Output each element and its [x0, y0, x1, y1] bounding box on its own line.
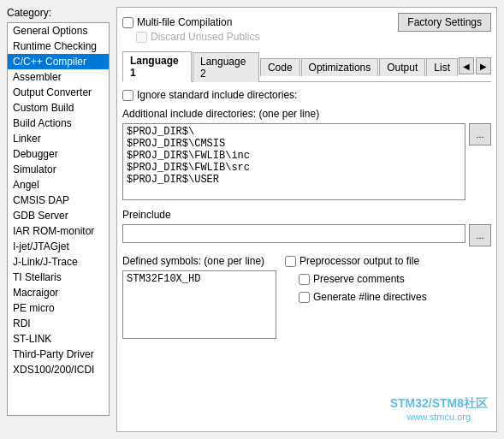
tab-scroll-left-button[interactable]: ◀	[459, 57, 474, 74]
discard-unused-publics-row: Discard Unused Publics	[136, 31, 491, 43]
sidebar-list: General OptionsRuntime CheckingC/C++ Com…	[7, 22, 110, 416]
preserve-comments-label: Preserve comments	[313, 273, 405, 285]
tab-code[interactable]: Code	[260, 58, 300, 76]
generate-line-checkbox[interactable]	[299, 292, 310, 303]
preinclude-row: ...	[122, 224, 491, 246]
sidebar-item-iar-rom-monitor[interactable]: IAR ROM-monitor	[8, 223, 109, 239]
preinclude-input[interactable]	[122, 224, 465, 243]
defined-symbols-label: Defined symbols: (one per line)	[122, 255, 276, 267]
preprocessor-output-checkbox[interactable]	[285, 256, 296, 267]
additional-include-textarea[interactable]	[122, 123, 465, 200]
factory-settings-button[interactable]: Factory Settings	[398, 13, 491, 32]
preinclude-browse-button[interactable]: ...	[469, 224, 491, 246]
bottom-section: Defined symbols: (one per line) STM32F10…	[122, 255, 491, 341]
additional-include-label: Additional include directories: (one per…	[122, 108, 491, 120]
category-label: Category:	[7, 7, 110, 19]
main-container: Category: General OptionsRuntime Checkin…	[0, 0, 504, 439]
sidebar-item-jlink-jtrace[interactable]: J-Link/J-Trace	[8, 254, 109, 270]
preprocessor-output-label: Preprocessor output to file	[299, 255, 419, 267]
sidebar-item-output-converter[interactable]: Output Converter	[8, 85, 109, 100]
additional-include-browse-button[interactable]: ...	[469, 123, 491, 145]
sidebar-item-angel[interactable]: Angel	[8, 177, 109, 193]
sidebar-item-xds100[interactable]: XDS100/200/ICDI	[8, 362, 109, 377]
tab-output[interactable]: Output	[379, 58, 425, 76]
watermark-line2: www.stmcu.org	[390, 411, 488, 423]
sidebar-item-debugger[interactable]: Debugger	[8, 146, 109, 162]
multi-file-compilation-label: Multi-file Compilation	[137, 16, 232, 28]
sidebar-item-ti-stellaris[interactable]: TI Stellaris	[8, 270, 109, 285]
sidebar-item-general-options[interactable]: General Options	[8, 23, 109, 39]
sidebar: Category: General OptionsRuntime Checkin…	[7, 7, 110, 432]
watermark: STM32/STM8社区 www.stmcu.org	[390, 395, 488, 423]
preserve-comments-checkbox[interactable]	[299, 274, 310, 285]
ignore-std-row: Ignore standard include directories:	[122, 89, 491, 101]
sidebar-item-simulator[interactable]: Simulator	[8, 162, 109, 177]
right-options-section: Preprocessor output to file Preserve com…	[285, 255, 491, 341]
defined-symbols-section: Defined symbols: (one per line) STM32F10…	[122, 255, 276, 341]
sidebar-item-i-jet-jtag[interactable]: I-jet/JTAGjet	[8, 239, 109, 254]
preinclude-section: Preinclude ...	[122, 209, 491, 246]
multi-file-compilation-checkbox[interactable]	[122, 17, 133, 28]
content-area: Factory Settings Multi-file Compilation …	[116, 7, 497, 432]
sidebar-item-runtime-checking[interactable]: Runtime Checking	[8, 39, 109, 54]
tab-language2[interactable]: Language 2	[193, 52, 259, 82]
preserve-comments-row: Preserve comments	[299, 273, 491, 285]
discard-unused-publics-checkbox[interactable]	[136, 32, 147, 43]
sidebar-item-linker[interactable]: Linker	[8, 131, 109, 146]
tabs-row: Language 1Language 2CodeOptimizationsOut…	[122, 50, 491, 82]
generate-line-row: Generate #line directives	[299, 291, 491, 303]
sidebar-item-st-link[interactable]: ST-LINK	[8, 331, 109, 347]
sidebar-item-cmsis-dap[interactable]: CMSIS DAP	[8, 193, 109, 208]
tab-language1[interactable]: Language 1	[122, 51, 192, 82]
sidebar-item-assembler[interactable]: Assembler	[8, 69, 109, 85]
generate-line-label: Generate #line directives	[313, 291, 427, 303]
tab-scroll-right-button[interactable]: ▶	[476, 57, 491, 74]
defined-symbols-textarea[interactable]: STM32F10X_HD	[122, 270, 276, 339]
sidebar-item-macraigor[interactable]: Macraigor	[8, 285, 109, 300]
sidebar-item-build-actions[interactable]: Build Actions	[8, 116, 109, 131]
tab-optimizations[interactable]: Optimizations	[301, 58, 379, 76]
ignore-std-label: Ignore standard include directories:	[137, 89, 297, 101]
discard-unused-publics-label: Discard Unused Publics	[151, 31, 259, 43]
sidebar-item-custom-build[interactable]: Custom Build	[8, 100, 109, 116]
preprocessor-output-row: Preprocessor output to file	[285, 255, 491, 267]
tab-list[interactable]: List	[426, 58, 458, 76]
watermark-line1: STM32/STM8社区	[390, 395, 488, 411]
ignore-std-checkbox[interactable]	[122, 90, 133, 101]
tab-nav-buttons: ◀ ▶	[459, 57, 491, 74]
additional-include-row: ...	[122, 123, 491, 200]
sidebar-item-cpp-compiler[interactable]: C/C++ Compiler	[8, 54, 109, 69]
sidebar-item-third-party-driver[interactable]: Third-Party Driver	[8, 347, 109, 362]
sidebar-item-gdb-server[interactable]: GDB Server	[8, 208, 109, 223]
sidebar-item-rdi[interactable]: RDI	[8, 316, 109, 331]
preinclude-label: Preinclude	[122, 209, 491, 221]
sidebar-item-pe-micro[interactable]: PE micro	[8, 300, 109, 316]
